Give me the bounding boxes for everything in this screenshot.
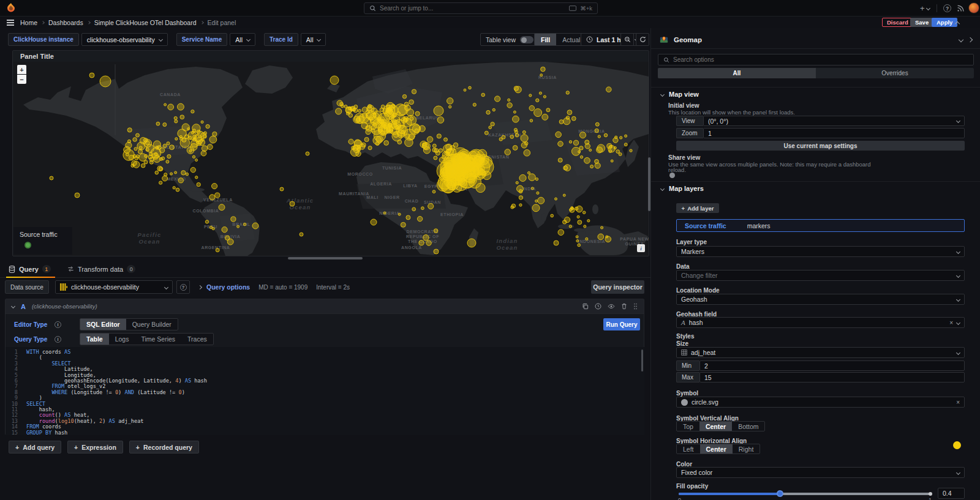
fill-opacity-input[interactable]: 0.4 (938, 488, 965, 499)
news-icon[interactable] (957, 4, 965, 12)
help-icon[interactable]: ? (943, 4, 951, 12)
layer-name[interactable]: Source traffic (685, 222, 726, 229)
menu-toggle-icon[interactable] (7, 20, 14, 26)
sql-line[interactable]: 10SELECT (6, 401, 644, 407)
run-query-button[interactable]: Run Query (603, 318, 640, 330)
table-view-switch[interactable] (520, 36, 533, 43)
options-search[interactable] (658, 54, 974, 65)
panel-type-header[interactable]: Geomap (651, 31, 980, 49)
layer-row[interactable]: Source traffic markers (676, 219, 965, 232)
sva-bottom[interactable]: Bottom (732, 422, 764, 431)
min-input[interactable]: 2 (699, 360, 965, 371)
add-query-button[interactable]: +Add query (9, 441, 61, 453)
view-select[interactable]: (0°, 0°) (703, 116, 965, 126)
panel-type-chevron-icon[interactable] (959, 37, 963, 42)
horizontal-scrollbar[interactable] (288, 257, 363, 259)
layer-type-select[interactable]: Markers (676, 246, 965, 257)
fill-option[interactable]: Fill (535, 34, 556, 45)
size-field-select[interactable]: adj_heat (676, 347, 965, 358)
sql-line[interactable]: 13 round(log10(heat), 2) AS adj_heat (6, 419, 644, 424)
breadcrumb-home[interactable]: Home (20, 19, 37, 26)
datasource-picker[interactable]: clickhouse-observability (55, 280, 173, 294)
remove-query-icon[interactable] (621, 303, 627, 310)
sha-left[interactable]: Left (677, 444, 700, 453)
tab-query[interactable]: Query 1 (9, 265, 51, 273)
expression-button[interactable]: +Expression (67, 441, 123, 453)
query-type-info-icon[interactable]: i (55, 336, 61, 343)
variable-value-trace-id[interactable]: All (301, 33, 326, 46)
save-button[interactable]: Save (910, 18, 933, 27)
clear-icon[interactable]: × (956, 399, 960, 406)
apply-button[interactable]: Apply (932, 18, 957, 27)
table-view-toggle[interactable]: Table view (480, 33, 539, 46)
discard-button[interactable]: Discard (882, 18, 913, 27)
code-vertical-scrollbar[interactable] (641, 349, 643, 371)
options-search-input[interactable] (673, 56, 968, 63)
sql-line[interactable]: 4 Latitude, (6, 367, 644, 372)
collapse-query-icon[interactable] (11, 304, 15, 308)
query-editor-header[interactable]: A (clickhouse-observability) (6, 299, 644, 314)
use-current-map-settings-button[interactable]: Use current map settings (676, 141, 965, 151)
color-swatch[interactable] (953, 441, 961, 449)
sql-line[interactable]: 14FROM coords (6, 424, 644, 430)
zoom-input[interactable]: 1 (703, 128, 965, 138)
datasource-help-button[interactable]: ? (176, 280, 190, 294)
sql-line[interactable]: 1WITH coords AS (6, 349, 644, 355)
editor-type-info-icon[interactable]: i (55, 321, 61, 328)
sql-line[interactable]: 15GROUP BY hash (6, 430, 644, 436)
user-avatar[interactable] (968, 2, 979, 13)
clear-icon[interactable]: × (949, 319, 953, 326)
add-menu-button[interactable]: + (920, 3, 930, 13)
color-select[interactable]: Fixed color (676, 467, 965, 478)
query-type-logs[interactable]: Logs (109, 334, 135, 345)
sva-center[interactable]: Center (699, 422, 732, 431)
drag-handle-icon[interactable] (633, 303, 638, 310)
sql-line[interactable]: 3 SELECT (6, 361, 644, 367)
variable-value-service-name[interactable]: All (230, 33, 255, 46)
query-type-timeseries[interactable]: Time Series (135, 334, 181, 345)
max-input[interactable]: 15 (699, 372, 965, 382)
sql-line[interactable]: 9 ) (6, 395, 644, 401)
sha-right[interactable]: Right (733, 444, 760, 453)
map-zoom-in-button[interactable]: + (17, 65, 26, 74)
data-filter-select[interactable]: Change filter (676, 270, 965, 281)
map-zoom-out-button[interactable]: − (17, 75, 26, 84)
editor-type-builder[interactable]: Query Builder (126, 319, 178, 330)
refresh-button[interactable] (636, 33, 649, 46)
breadcrumb-dashboards[interactable]: Dashboards (48, 19, 83, 26)
map-attribution-button[interactable]: i (637, 244, 645, 252)
global-search[interactable]: ⌘+k (364, 2, 598, 14)
collapse-pane-icon[interactable] (968, 37, 973, 42)
zoom-out-time-button[interactable] (620, 33, 634, 46)
tab-overrides[interactable]: Overrides (816, 68, 974, 78)
panel-header[interactable]: Panel Title (13, 51, 649, 62)
slider-handle[interactable] (777, 490, 783, 497)
duplicate-query-icon[interactable] (582, 303, 589, 310)
sql-line[interactable]: 8 WHERE (Longitude != 0) AND (Latitude !… (6, 390, 644, 395)
editor-type-sql[interactable]: SQL Editor (80, 319, 126, 330)
sql-line[interactable]: 11 hash, (6, 407, 644, 412)
search-input[interactable] (380, 5, 565, 12)
fill-opacity-slider[interactable] (679, 493, 931, 495)
hide-response-icon[interactable] (608, 303, 615, 310)
variable-value-clickhouse-instance[interactable]: clickhouse-observability (81, 33, 168, 46)
add-layer-button[interactable]: +Add layer (676, 203, 719, 213)
sva-top[interactable]: Top (677, 422, 699, 431)
query-options-toggle[interactable]: Query options MD = auto = 1909 Interval … (198, 280, 350, 294)
map-canvas[interactable]: PacificOceanAtlanticOceanIndianOceanRUSS… (13, 62, 649, 256)
recorded-query-button[interactable]: +Recorded query (129, 441, 199, 453)
section-map-layers-header[interactable]: Map layers (661, 185, 704, 192)
query-history-icon[interactable] (595, 303, 601, 310)
tab-all[interactable]: All (658, 68, 816, 78)
sql-code-area[interactable]: 1WITH coords AS2 (3 SELECT4 Latitude,5 L… (6, 347, 644, 435)
grafana-logo[interactable] (6, 2, 17, 13)
breadcrumb-dashboard-name[interactable]: Simple ClickHouse OTel Dashboard (94, 19, 197, 26)
tab-transform-data[interactable]: Transform data 0 (67, 265, 135, 273)
geohash-field-select[interactable]: A hash × (676, 317, 965, 328)
location-mode-select[interactable]: Geohash (676, 294, 965, 305)
time-range-picker[interactable]: Last 1 hour (581, 33, 644, 46)
query-type-table[interactable]: Table (80, 334, 109, 345)
query-type-traces[interactable]: Traces (181, 334, 213, 345)
sha-center[interactable]: Center (700, 444, 733, 453)
query-inspector-button[interactable]: Query inspector (591, 280, 644, 294)
